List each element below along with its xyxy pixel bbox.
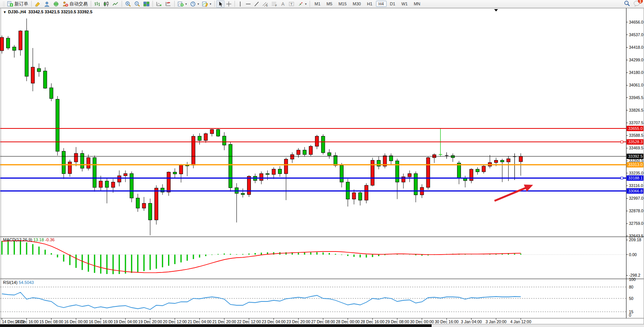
svg-text:34418.0: 34418.0 bbox=[629, 45, 644, 50]
bear-candle bbox=[6, 38, 10, 48]
svg-text:19 Dec 20:00: 19 Dec 20:00 bbox=[138, 319, 162, 324]
bull-candle bbox=[297, 150, 300, 155]
bull-candle bbox=[470, 169, 473, 181]
bear-candle bbox=[278, 169, 282, 174]
bull-candle bbox=[210, 130, 214, 134]
svg-text:33066.8: 33066.8 bbox=[628, 189, 643, 193]
svg-text:3 Jan 04:00: 3 Jan 04:00 bbox=[461, 319, 482, 324]
collapse-arrow-icon[interactable]: ▼ bbox=[3, 10, 6, 14]
svg-text:34656.0: 34656.0 bbox=[629, 20, 644, 24]
svg-text:28 Dec 00:00: 28 Dec 00:00 bbox=[336, 319, 360, 324]
macd-label: MACD(12,26,9) 13.18 -0.36 bbox=[3, 237, 55, 242]
bull-candle bbox=[142, 204, 146, 208]
svg-text:33392.5: 33392.5 bbox=[628, 154, 643, 159]
bull-candle bbox=[99, 181, 103, 188]
bull-candle bbox=[124, 174, 127, 176]
bull-candle bbox=[0, 37, 4, 51]
svg-text:22 Dec 12:00: 22 Dec 12:00 bbox=[237, 319, 261, 324]
bull-candle bbox=[272, 169, 275, 175]
bull-candle bbox=[167, 172, 170, 192]
bull-candle bbox=[260, 174, 263, 181]
h-scrollbar-thumb[interactable] bbox=[0, 324, 432, 327]
bear-candle bbox=[173, 172, 177, 174]
svg-text:14 Dec 16:00: 14 Dec 16:00 bbox=[15, 319, 39, 324]
svg-text:34537.0: 34537.0 bbox=[629, 32, 644, 37]
bear-candle bbox=[198, 136, 201, 140]
bull-candle bbox=[365, 185, 368, 200]
bull-candle bbox=[284, 159, 288, 174]
time-axis[interactable]: 14 Dec 202214 Dec 16:0015 Dec 08:0016 De… bbox=[2, 318, 531, 324]
line-handle bbox=[621, 177, 623, 179]
svg-text:50: 50 bbox=[629, 296, 634, 301]
bear-candle bbox=[340, 165, 344, 182]
svg-text:34180.0: 34180.0 bbox=[629, 70, 644, 75]
bear-candle bbox=[56, 99, 59, 151]
bull-candle bbox=[192, 136, 195, 165]
svg-text:30 Dec 16:00: 30 Dec 16:00 bbox=[435, 319, 459, 324]
bull-candle bbox=[19, 31, 22, 50]
svg-text:0: 0 bbox=[629, 313, 631, 317]
bull-candle bbox=[31, 67, 35, 83]
bear-candle bbox=[62, 151, 66, 174]
bear-candle bbox=[43, 71, 47, 88]
svg-text:21 Dec 20:00: 21 Dec 20:00 bbox=[212, 319, 236, 324]
svg-text:33188.1: 33188.1 bbox=[628, 176, 643, 180]
bear-candle bbox=[25, 31, 28, 76]
bear-candle bbox=[229, 144, 232, 188]
bear-candle bbox=[136, 198, 140, 208]
svg-text:19 Dec 04:00: 19 Dec 04:00 bbox=[114, 319, 138, 324]
bear-candle bbox=[328, 153, 331, 156]
svg-text:21 Dec 04:00: 21 Dec 04:00 bbox=[188, 319, 212, 324]
bull-candle bbox=[519, 156, 522, 162]
line-handle bbox=[621, 141, 623, 143]
bull-candle bbox=[155, 188, 158, 220]
bear-candle bbox=[451, 155, 454, 158]
bull-candle bbox=[495, 160, 498, 163]
svg-text:33655.0: 33655.0 bbox=[628, 126, 643, 131]
svg-text:33826.5: 33826.5 bbox=[629, 108, 644, 112]
rsi-label: RSI(14) 54.5043 bbox=[3, 280, 34, 285]
bear-candle bbox=[217, 130, 220, 136]
svg-text:33588.5: 33588.5 bbox=[629, 133, 644, 138]
bull-candle bbox=[371, 160, 374, 186]
svg-text:33707.5: 33707.5 bbox=[629, 120, 644, 125]
svg-text:32759.0: 32759.0 bbox=[629, 221, 644, 226]
svg-text:32997.0: 32997.0 bbox=[629, 196, 644, 200]
svg-text:23 Dec 04:00: 23 Dec 04:00 bbox=[262, 319, 286, 324]
bear-candle bbox=[130, 174, 133, 198]
ohlc-values: 33342.5 33421.5 33210.5 33392.5 bbox=[28, 10, 92, 14]
svg-text:209.18: 209.18 bbox=[629, 237, 641, 242]
svg-text:28 Dec 16:00: 28 Dec 16:00 bbox=[361, 319, 385, 324]
bull-candle bbox=[507, 159, 510, 162]
bear-candle bbox=[395, 161, 399, 182]
bull-candle bbox=[408, 174, 411, 177]
bear-candle bbox=[334, 155, 337, 165]
svg-text:30 Dec 00:00: 30 Dec 00:00 bbox=[410, 319, 434, 324]
bear-candle bbox=[241, 193, 244, 194]
bull-candle bbox=[315, 136, 319, 146]
bull-candle bbox=[426, 158, 430, 188]
svg-text:15 Dec 08:00: 15 Dec 08:00 bbox=[39, 319, 63, 324]
svg-text:27 Dec 08:00: 27 Dec 08:00 bbox=[311, 319, 335, 324]
bear-candle bbox=[476, 169, 479, 172]
bull-candle bbox=[87, 158, 90, 168]
bear-candle bbox=[105, 181, 109, 188]
svg-text:34299.0: 34299.0 bbox=[629, 58, 644, 62]
bear-candle bbox=[148, 204, 152, 220]
bull-candle bbox=[309, 146, 313, 154]
svg-text:34061.0: 34061.0 bbox=[629, 83, 644, 87]
chart-area[interactable]: 34656.034537.034418.034299.034180.034061… bbox=[0, 0, 644, 327]
bear-candle bbox=[501, 160, 504, 162]
bull-candle bbox=[74, 154, 78, 162]
bull-candle bbox=[482, 166, 485, 172]
bear-candle bbox=[50, 88, 53, 98]
svg-text:3 Jan 20:00: 3 Jan 20:00 bbox=[486, 319, 507, 324]
svg-text:16 Dec 16:00: 16 Dec 16:00 bbox=[89, 319, 113, 324]
svg-text:100: 100 bbox=[629, 277, 636, 282]
svg-text:4 Jan 12:00: 4 Jan 12:00 bbox=[510, 319, 531, 324]
svg-text:80: 80 bbox=[629, 285, 634, 289]
bear-candle bbox=[414, 174, 418, 195]
svg-text:20 Dec 12:00: 20 Dec 12:00 bbox=[163, 319, 187, 324]
bull-candle bbox=[247, 176, 251, 194]
bull-candle bbox=[68, 162, 72, 174]
